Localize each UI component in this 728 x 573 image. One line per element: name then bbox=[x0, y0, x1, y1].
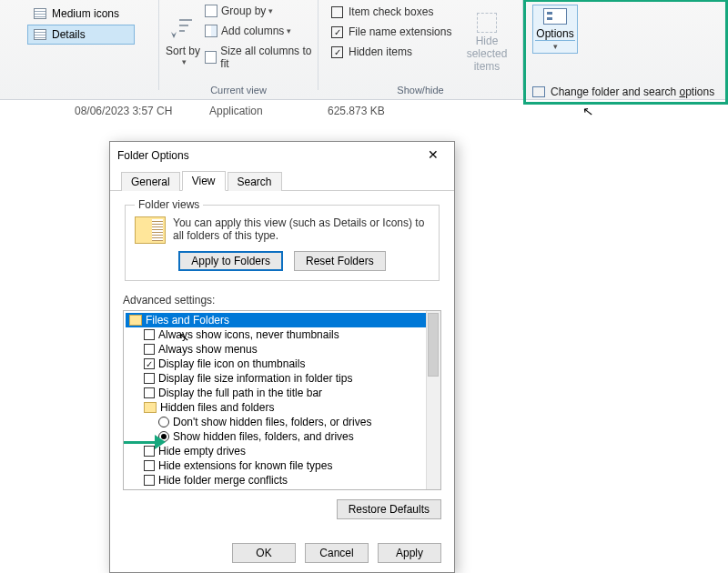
checkbox-icon bbox=[331, 6, 343, 18]
hide-selected-icon bbox=[477, 13, 497, 33]
size-all-columns-label: Size all columns to fit bbox=[220, 45, 318, 70]
change-folder-search-options[interactable]: Change folder and search options bbox=[532, 85, 714, 98]
options-label: Options bbox=[535, 27, 575, 40]
tree-item[interactable]: Always show menus bbox=[126, 342, 440, 357]
cursor-icon: ↖ bbox=[177, 328, 190, 345]
checkbox-checked-icon[interactable]: ✓ bbox=[144, 358, 155, 369]
ribbon-group-layout: Medium icons Details bbox=[0, 0, 159, 90]
tree-radio-show-hidden[interactable]: Show hidden files, folders, and drives bbox=[126, 429, 440, 444]
add-columns-icon bbox=[205, 25, 217, 37]
folder-options-icon bbox=[532, 86, 545, 97]
folder-views-group: Folder views You can apply this view (su… bbox=[125, 198, 440, 281]
sort-by-button[interactable]: Sort by ▾ bbox=[165, 16, 201, 66]
checkbox-icon[interactable] bbox=[144, 475, 155, 486]
file-date: 08/06/2023 3:57 CH bbox=[75, 105, 172, 117]
checkbox-checked-icon: ✓ bbox=[331, 26, 343, 38]
file-row: 08/06/2023 3:57 CH Application 625.873 K… bbox=[0, 105, 728, 123]
titlebar: Folder Options ✕ bbox=[110, 142, 454, 169]
medium-icons-icon bbox=[34, 8, 46, 19]
file-name-extensions-toggle[interactable]: ✓ File name extensions bbox=[331, 25, 451, 38]
checkbox-icon[interactable] bbox=[144, 460, 155, 471]
folder-icon bbox=[144, 402, 157, 413]
item-check-boxes-toggle[interactable]: Item check boxes bbox=[331, 5, 433, 18]
tab-view[interactable]: View bbox=[182, 171, 226, 191]
group-by-icon bbox=[205, 5, 217, 17]
close-button[interactable]: ✕ bbox=[420, 146, 447, 166]
folder-icon bbox=[129, 315, 142, 326]
advanced-settings-label: Advanced settings: bbox=[123, 294, 441, 307]
scrollbar[interactable] bbox=[426, 311, 440, 489]
chevron-down-icon: ▾ bbox=[268, 6, 273, 15]
layout-medium-icons[interactable]: Medium icons bbox=[27, 4, 135, 24]
item-check-boxes-label: Item check boxes bbox=[349, 5, 433, 18]
add-columns-button[interactable]: Add columns▾ bbox=[205, 25, 291, 37]
apply-button[interactable]: Apply bbox=[378, 543, 441, 563]
group-label-show-hide: Show/hide bbox=[318, 85, 522, 96]
cancel-button[interactable]: Cancel bbox=[305, 543, 369, 563]
chevron-down-icon: ▾ bbox=[287, 26, 291, 35]
chevron-down-icon: ▾ bbox=[167, 57, 201, 66]
chevron-down-icon[interactable]: ▾ bbox=[535, 40, 575, 51]
scrollbar-thumb[interactable] bbox=[428, 313, 439, 377]
file-size: 625.873 KB bbox=[328, 105, 385, 117]
folder-views-text: You can apply this view (such as Details… bbox=[173, 216, 430, 244]
details-icon bbox=[34, 29, 46, 40]
tab-strip: General View Search bbox=[110, 169, 454, 191]
tree-root-files-folders[interactable]: Files and Folders bbox=[126, 313, 440, 327]
add-columns-label: Add columns bbox=[221, 25, 284, 37]
layout-medium-label: Medium icons bbox=[52, 7, 119, 20]
file-name-extensions-label: File name extensions bbox=[349, 25, 451, 38]
tab-search[interactable]: Search bbox=[228, 172, 282, 191]
dialog-title: Folder Options bbox=[117, 149, 189, 162]
hidden-items-label: Hidden items bbox=[349, 45, 412, 58]
group-label-current-view: Current view bbox=[159, 85, 318, 96]
tree-item[interactable]: Hide folder merge conflicts bbox=[126, 473, 440, 488]
sort-icon bbox=[170, 16, 196, 42]
restore-defaults-button[interactable]: Restore Defaults bbox=[337, 499, 441, 519]
tree-item[interactable]: ✓Display file icon on thumbnails bbox=[126, 357, 440, 371]
hidden-items-toggle[interactable]: ✓ Hidden items bbox=[331, 45, 412, 58]
ok-button[interactable]: OK bbox=[232, 543, 296, 563]
dialog-footer: OK Cancel Apply bbox=[232, 543, 441, 563]
apply-to-folders-button[interactable]: Apply to Folders bbox=[178, 251, 283, 271]
tree-item[interactable]: Always show icons, never thumbnails bbox=[126, 327, 440, 342]
size-columns-icon bbox=[205, 51, 217, 64]
hide-selected-l1: Hide selected bbox=[455, 35, 519, 60]
checkbox-checked-icon: ✓ bbox=[331, 46, 343, 58]
checkbox-icon[interactable] bbox=[144, 373, 155, 384]
layout-details[interactable]: Details bbox=[27, 25, 135, 45]
hide-selected-l2: items bbox=[455, 60, 519, 73]
tree-group-hidden-files[interactable]: Hidden files and folders bbox=[126, 400, 440, 415]
tree-item[interactable]: Hide extensions for known file types bbox=[126, 458, 440, 473]
radio-icon[interactable] bbox=[158, 417, 169, 427]
options-button[interactable]: Options ▾ bbox=[532, 5, 578, 54]
options-icon bbox=[543, 8, 567, 25]
tree-item[interactable]: Display the full path in the title bar bbox=[126, 386, 440, 400]
annotation-arrow bbox=[124, 435, 166, 449]
size-all-columns-button[interactable]: Size all columns to fit bbox=[205, 45, 318, 70]
tree-item[interactable]: Hide empty drives bbox=[126, 444, 440, 458]
ribbon-group-current-view: Sort by ▾ Group by▾ Add columns▾ Size al… bbox=[159, 0, 318, 90]
advanced-settings-tree[interactable]: Files and Folders Always show icons, nev… bbox=[123, 310, 441, 490]
checkbox-icon[interactable] bbox=[144, 387, 155, 398]
group-by-button[interactable]: Group by▾ bbox=[205, 5, 273, 17]
ribbon-group-show-hide: Item check boxes ✓ File name extensions … bbox=[318, 0, 523, 90]
change-folder-label: Change folder and search options bbox=[551, 85, 714, 98]
sort-by-label: Sort by bbox=[165, 45, 201, 57]
tree-radio-dont-show-hidden[interactable]: Don't show hidden files, folders, or dri… bbox=[126, 415, 440, 429]
checkbox-icon[interactable] bbox=[144, 344, 155, 355]
layout-details-label: Details bbox=[52, 28, 86, 41]
hide-selected-items-button: Hide selected items bbox=[455, 13, 519, 73]
tree-item[interactable]: Display file size information in folder … bbox=[126, 371, 440, 386]
group-by-label: Group by bbox=[221, 5, 266, 17]
file-type: Application bbox=[209, 105, 263, 117]
folder-views-legend: Folder views bbox=[135, 198, 203, 211]
tab-general[interactable]: General bbox=[121, 172, 180, 191]
folder-icon bbox=[135, 216, 166, 244]
reset-folders-button[interactable]: Reset Folders bbox=[294, 251, 386, 271]
checkbox-icon[interactable] bbox=[144, 329, 155, 340]
folder-options-dialog: Folder Options ✕ General View Search Fol… bbox=[109, 141, 455, 573]
